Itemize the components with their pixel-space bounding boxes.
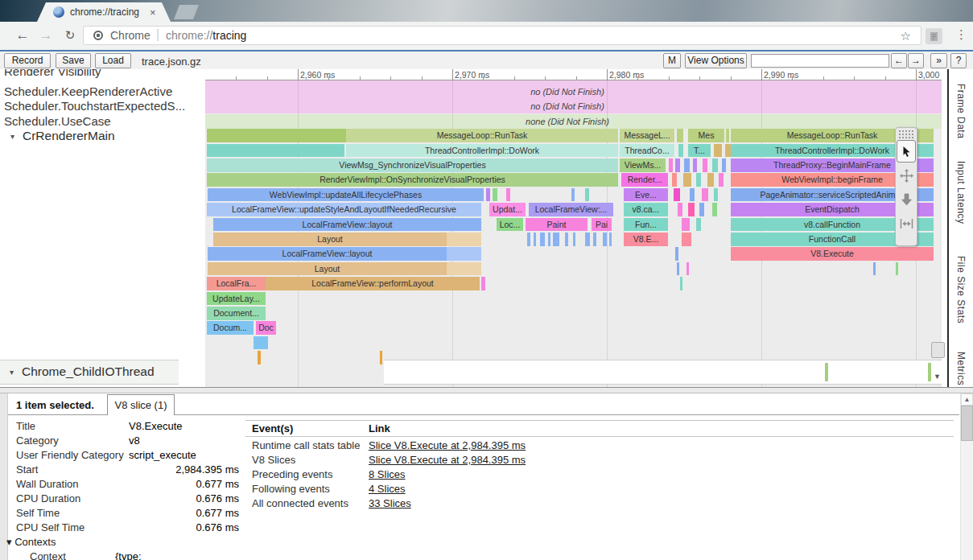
trace-slice[interactable]: Pai (592, 218, 612, 232)
palette-grip-handle[interactable] (898, 130, 914, 138)
trace-slice[interactable] (714, 144, 722, 158)
trace-slice[interactable] (486, 188, 490, 202)
trace-slice[interactable]: V8.E... (624, 233, 668, 246)
trace-slice[interactable]: ViewMsg_SynchronizeVisualProperties (207, 159, 618, 172)
trace-slice[interactable] (258, 351, 261, 364)
thread-name-childiothread[interactable]: Chrome_ChildIOThread (22, 364, 155, 379)
trace-slice[interactable] (702, 188, 708, 202)
trace-slice[interactable] (506, 188, 510, 202)
sidebar-tab-input-latency[interactable]: Input Latency (955, 161, 967, 224)
trace-slice[interactable] (873, 262, 876, 276)
browser-menu-icon[interactable]: ⋮ (955, 27, 967, 42)
trace-slice[interactable] (703, 159, 707, 172)
trace-slice[interactable] (725, 144, 731, 158)
trace-slice[interactable] (707, 173, 714, 187)
trace-slice[interactable] (719, 173, 724, 187)
trace-slice[interactable] (553, 233, 559, 246)
trace-slice[interactable]: V8.Execute (731, 247, 934, 261)
help-button[interactable]: ? (950, 53, 967, 68)
record-button[interactable]: Record (4, 53, 51, 68)
mode-selector-palette[interactable] (895, 127, 917, 246)
tab-tracing[interactable]: chrome://tracing × (37, 2, 171, 22)
trace-slice[interactable] (254, 336, 268, 350)
trace-slice[interactable] (726, 129, 729, 142)
trace-slice[interactable] (678, 144, 683, 158)
timeline-scrollbar-thumb[interactable] (931, 342, 945, 358)
trace-slice[interactable]: LocalFrameView::updateStyleAndLayoutIfNe… (207, 203, 481, 216)
async-track-row[interactable]: no (Did Not Finish) (205, 84, 942, 99)
trace-slice[interactable] (447, 262, 481, 276)
more-button[interactable]: » (930, 53, 947, 68)
load-button[interactable]: Load (95, 53, 131, 68)
trace-slice[interactable] (699, 203, 704, 216)
trace-slice[interactable]: Docum... (207, 321, 254, 335)
trace-slice[interactable]: T... (688, 144, 711, 158)
trace-slice[interactable] (675, 159, 680, 172)
trace-slice[interactable] (682, 233, 691, 246)
timing-mode-button[interactable] (897, 212, 916, 235)
trace-slice[interactable]: MessageL... (620, 129, 674, 142)
trace-slice[interactable]: ThreadCo... (620, 144, 674, 158)
trace-slice[interactable] (585, 233, 590, 246)
extension-icon[interactable] (926, 28, 942, 44)
trace-slice[interactable] (722, 159, 726, 172)
trace-slice[interactable] (684, 159, 690, 172)
timeline-canvas[interactable]: 2,960 ms2,970 ms2,980 ms2,990 ms3,000 ms… (205, 69, 942, 387)
trace-slice[interactable] (527, 233, 530, 246)
sidebar-tab-metrics[interactable]: Metrics (955, 352, 967, 385)
trace-slice[interactable]: Fun... (624, 218, 668, 232)
scroll-up-icon[interactable]: ▲ (961, 393, 973, 406)
trace-slice[interactable]: MessageLoop::RunTask (346, 129, 618, 142)
sidebar-tab-file-size-stats[interactable]: File Size Stats (955, 256, 967, 323)
trace-slice[interactable] (669, 159, 673, 172)
find-previous-button[interactable]: ← (891, 53, 907, 68)
trace-slice[interactable] (680, 277, 682, 290)
trace-slice[interactable] (690, 188, 695, 202)
trace-slice[interactable]: WebViewImpl::updateAllLifecyclePhases (208, 188, 484, 202)
trace-slice[interactable] (672, 173, 677, 187)
trace-slice[interactable]: Document... (207, 307, 266, 320)
new-tab-button[interactable] (174, 5, 199, 19)
selection-mode-button[interactable] (897, 140, 916, 163)
trace-slice[interactable] (682, 218, 690, 232)
zoom-mode-button[interactable] (897, 188, 916, 211)
trace-slice[interactable]: Render... (621, 173, 668, 187)
trace-slice[interactable]: ThreadControllerImpl::DoWork (346, 144, 618, 158)
forward-icon[interactable]: → (37, 27, 55, 43)
trace-slice[interactable] (207, 144, 344, 158)
trace-slice[interactable] (565, 233, 568, 246)
trace-slice[interactable]: LocalFra... (207, 277, 266, 290)
trace-slice[interactable] (585, 188, 589, 202)
trace-slice[interactable] (534, 233, 536, 246)
timeline-scroll-down-icon[interactable]: ▼ (931, 370, 943, 383)
trace-slice[interactable]: v8.ca... (624, 203, 668, 216)
trace-slice[interactable] (548, 233, 550, 246)
trace-slice[interactable] (207, 129, 346, 142)
trace-slice[interactable] (675, 247, 678, 261)
analysis-scrollbar-thumb[interactable] (961, 406, 973, 441)
trace-slice[interactable] (609, 233, 612, 246)
pan-mode-button[interactable] (897, 164, 916, 187)
trace-slice[interactable] (593, 233, 596, 246)
trace-slice[interactable]: LocalFrameView:... (529, 203, 613, 216)
sidebar-tab-frame-data[interactable]: Frame Data (955, 84, 967, 138)
collapse-triangle-icon[interactable]: ▾ (10, 368, 14, 377)
trace-slice[interactable] (696, 218, 701, 232)
trace-slice[interactable] (686, 262, 689, 276)
trace-slice[interactable]: UpdateLay... (207, 292, 266, 306)
event-link[interactable]: Slice V8.Execute at 2,984.395 ms (369, 454, 526, 466)
trace-slice[interactable] (540, 233, 545, 246)
trace-slice[interactable]: LocalFrameView::layout (213, 218, 481, 232)
trace-slice[interactable] (380, 351, 382, 364)
trace-slice[interactable]: Layout (213, 233, 447, 246)
trace-event-tick[interactable] (825, 363, 828, 381)
trace-slice[interactable] (712, 159, 718, 172)
io-thread-track[interactable] (384, 360, 942, 385)
trace-slice[interactable] (493, 188, 497, 202)
save-button[interactable]: Save (56, 53, 91, 68)
async-track-row[interactable]: none (Did Not Finish) (205, 114, 942, 129)
trace-slice[interactable]: Eve... (624, 188, 668, 202)
trace-slice[interactable] (677, 262, 679, 276)
trace-slice[interactable]: Paint (526, 218, 588, 232)
trace-slice[interactable]: Doc (256, 321, 276, 335)
